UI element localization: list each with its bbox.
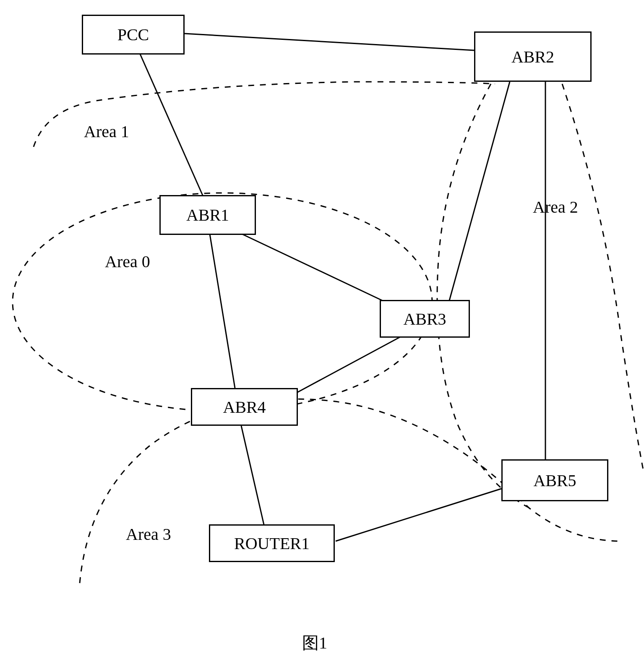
edge-abr4-router1 [241,426,264,526]
node-abr1: ABR1 [159,195,256,235]
node-abr1-label: ABR1 [186,205,229,225]
node-router1-label: ROUTER1 [234,534,310,553]
edge-router1-abr5 [336,489,501,541]
node-pcc-label: PCC [117,25,149,44]
edge-abr1-abr3 [235,231,394,306]
node-abr5-label: ABR5 [533,471,576,490]
figure-caption: 图1 [302,631,327,654]
area2-right-boundary [562,84,644,474]
node-abr2: ABR2 [474,31,592,82]
label-area2: Area 2 [533,197,578,217]
edge-pcc-abr1 [138,50,203,197]
node-abr3: ABR3 [380,300,470,338]
edge-abr1-abr4 [210,234,235,388]
node-abr4: ABR4 [191,388,298,426]
node-abr2-label: ABR2 [511,47,554,67]
node-pcc: PCC [82,15,185,55]
node-router1: ROUTER1 [209,524,335,562]
node-abr3-label: ABR3 [403,309,446,329]
edge-abr3-abr4 [294,336,403,394]
label-area0: Area 0 [105,252,150,271]
edge-pcc-abr2 [185,34,474,50]
node-abr4-label: ABR4 [223,397,266,417]
node-abr5: ABR5 [501,459,608,501]
label-area1: Area 1 [84,122,129,141]
edge-abr2-abr3 [449,82,510,302]
label-area3: Area 3 [126,524,171,544]
